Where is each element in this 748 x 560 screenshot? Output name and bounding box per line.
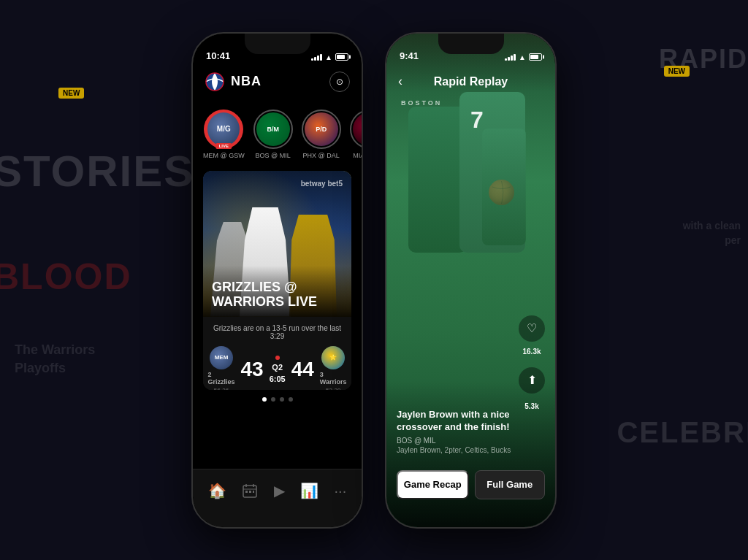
live-badge: LIVE	[216, 143, 232, 149]
story-bos-mil-label: BOS @ MIL	[256, 152, 291, 159]
share-count: 5.3k	[524, 402, 538, 410]
phone-nba-app: 10:41 ▲	[191, 32, 363, 529]
phone2-notch	[438, 34, 504, 54]
nav-more[interactable]: ···	[335, 483, 347, 499]
quarter-info: Q2 6:05	[270, 356, 286, 383]
full-game-button[interactable]: Full Game	[475, 470, 546, 499]
phone2-battery	[529, 53, 542, 61]
phone2-wifi: ▲	[519, 53, 526, 61]
dot-3[interactable]	[280, 397, 284, 402]
replay-actions: ♡ 16.3k ⬆ 5.3k	[519, 315, 545, 410]
phone1-wifi: ▲	[325, 53, 332, 61]
replay-header: ‹ Rapid Replay	[386, 66, 555, 98]
quarter-period: Q2	[272, 363, 283, 372]
phone1-screen: 10:41 ▲	[193, 34, 362, 527]
nba-logo-icon	[205, 72, 225, 92]
nav-video[interactable]: ▶	[274, 482, 285, 499]
team2-record: 53-29	[326, 387, 340, 390]
phone1-battery	[335, 53, 348, 61]
team2-score: 44	[291, 358, 314, 381]
team1-logo: MEM	[210, 346, 233, 369]
phone2-screen: 7 BOSTON 9:41	[386, 34, 555, 527]
heart-button[interactable]: ♡	[519, 315, 545, 342]
nav-stats[interactable]: 📊	[300, 482, 318, 499]
share-button[interactable]: ⬆	[519, 367, 545, 394]
match-card[interactable]: betway bet5 GRIZZLIES @ WARRIORS LIVE Gr…	[203, 171, 351, 390]
phone2-status-icons: ▲	[505, 53, 542, 61]
nav-home[interactable]: 🏠	[208, 482, 226, 499]
quarter-time: 6:05	[270, 375, 286, 383]
match-title: GRIZZLIES @ WARRIORS LIVE	[212, 280, 343, 310]
dot-1[interactable]	[262, 397, 267, 402]
phone2-content: 7 BOSTON 9:41	[386, 34, 555, 527]
dot-2[interactable]	[271, 397, 275, 402]
story-mia-phi-label: MIA @ PHI	[353, 152, 362, 159]
svg-rect-8	[249, 491, 251, 493]
replay-description: Jaylen Brown with a nice crossover and t…	[397, 409, 511, 434]
heart-count: 16.3k	[522, 348, 541, 356]
dot-4[interactable]	[289, 397, 293, 402]
phone1-signal	[311, 54, 322, 61]
game-recap-button[interactable]: Game Recap	[397, 470, 469, 499]
phone1-notch	[245, 34, 310, 54]
replay-buttons: Game Recap Full Game	[397, 470, 545, 499]
nba-search-button[interactable]: ⊙	[329, 72, 350, 92]
team2-info: ⭐ 3 Warriors 53-29	[320, 346, 347, 390]
stories-row: M/G LIVE MEM @ GSW B/M BOS @ MIL	[193, 98, 362, 171]
svg-rect-7	[245, 491, 248, 493]
team-boston-label: BOSTON	[401, 99, 442, 107]
jersey-number: 7	[470, 107, 484, 134]
replay-info: Jaylen Brown with a nice crossover and t…	[397, 409, 511, 454]
match-image: betway bet5 GRIZZLIES @ WARRIORS LIVE	[203, 171, 351, 317]
team2-name: 3 Warriors	[320, 371, 347, 386]
story-phx-dal-label: PHX @ DAL	[303, 152, 340, 159]
svg-rect-9	[253, 491, 254, 493]
team1-record: 56-26	[214, 387, 229, 390]
court-player-1	[408, 107, 467, 253]
nav-schedule[interactable]	[242, 483, 258, 499]
story-mem-gsw[interactable]: M/G LIVE MEM @ GSW	[203, 110, 245, 159]
story-mem-gsw-label: MEM @ GSW	[203, 152, 245, 159]
nba-logo: NBA	[205, 72, 262, 92]
nba-app-header: NBA ⊙	[193, 66, 362, 98]
back-button[interactable]: ‹	[398, 74, 402, 89]
team2-logo: ⭐	[321, 346, 345, 369]
team1-name: 2 Grizzlies	[207, 371, 234, 386]
phone1-content: 10:41 ▲	[193, 34, 362, 527]
run-text: Grizzlies are on a 13-5 run over the las…	[212, 324, 343, 340]
replay-meta-matchup: BOS @ MIL	[397, 437, 511, 445]
phone2-signal	[505, 54, 516, 61]
carousel-dots	[193, 397, 362, 402]
story-phx-dal[interactable]: P/D PHX @ DAL	[302, 110, 341, 159]
nba-logo-text: NBA	[231, 74, 262, 89]
phone2-time: 9:41	[400, 50, 419, 61]
phone1-time: 10:41	[206, 50, 230, 61]
match-sponsor: betway bet5	[301, 180, 343, 188]
phones-container: 10:41 ▲	[0, 0, 748, 560]
replay-title: Rapid Replay	[434, 75, 508, 88]
team1-info: MEM 2 Grizzlies 56-26	[207, 346, 234, 390]
story-bos-mil[interactable]: B/M BOS @ MIL	[253, 110, 293, 159]
team1-score: 43	[241, 358, 264, 381]
score-section: Grizzlies are on a 13-5 run over the las…	[203, 317, 351, 390]
phone1-status-icons: ▲	[311, 53, 348, 61]
live-dot	[275, 356, 280, 360]
bottom-nav: 🏠 ▶ 📊 ···	[193, 469, 362, 527]
replay-meta-tags: Jaylen Brown, 2pter, Celtics, Bucks	[397, 446, 511, 454]
story-mia-phi[interactable]: M/P MIA @ PHI	[350, 110, 362, 159]
score-row: MEM 2 Grizzlies 56-26 43 Q2 6:05	[212, 346, 343, 390]
court-player-3	[482, 129, 526, 245]
phone-rapid-replay: 7 BOSTON 9:41	[385, 32, 557, 529]
